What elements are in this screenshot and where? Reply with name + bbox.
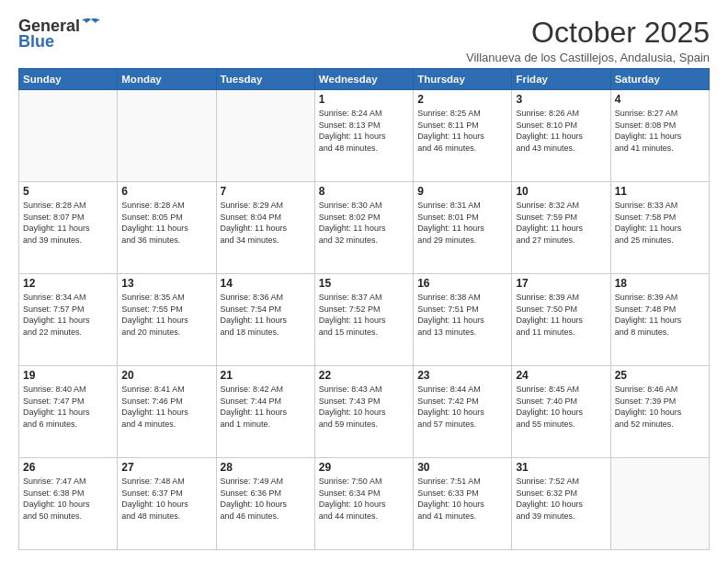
- day-info: Sunrise: 8:40 AM Sunset: 7:47 PM Dayligh…: [23, 384, 113, 430]
- calendar-cell: 9Sunrise: 8:31 AM Sunset: 8:01 PM Daylig…: [414, 182, 512, 274]
- day-info: Sunrise: 8:32 AM Sunset: 7:59 PM Dayligh…: [516, 200, 606, 246]
- day-number: 12: [23, 277, 113, 290]
- day-number: 25: [615, 369, 705, 382]
- logo: General Blue: [18, 17, 100, 52]
- day-number: 10: [516, 185, 606, 198]
- day-info: Sunrise: 7:50 AM Sunset: 6:34 PM Dayligh…: [319, 476, 409, 522]
- day-number: 2: [417, 93, 507, 106]
- day-info: Sunrise: 8:26 AM Sunset: 8:10 PM Dayligh…: [516, 108, 606, 154]
- day-info: Sunrise: 7:51 AM Sunset: 6:33 PM Dayligh…: [417, 476, 507, 522]
- day-number: 1: [319, 93, 409, 106]
- calendar-cell: 1Sunrise: 8:24 AM Sunset: 8:13 PM Daylig…: [314, 90, 413, 182]
- col-header-monday: Monday: [118, 69, 216, 90]
- calendar-cell: [19, 90, 118, 182]
- day-info: Sunrise: 8:36 AM Sunset: 7:54 PM Dayligh…: [221, 292, 311, 338]
- calendar-cell: 10Sunrise: 8:32 AM Sunset: 7:59 PM Dayli…: [512, 182, 610, 274]
- page: General Blue October 2025 Villanueva de …: [0, 0, 728, 563]
- day-number: 13: [121, 277, 211, 290]
- day-info: Sunrise: 8:25 AM Sunset: 8:11 PM Dayligh…: [417, 108, 507, 154]
- calendar-cell: 20Sunrise: 8:41 AM Sunset: 7:46 PM Dayli…: [118, 366, 216, 458]
- day-number: 27: [121, 461, 211, 474]
- calendar-week-row: 5Sunrise: 8:28 AM Sunset: 8:07 PM Daylig…: [19, 182, 710, 274]
- calendar-cell: 13Sunrise: 8:35 AM Sunset: 7:55 PM Dayli…: [118, 274, 216, 366]
- title-block: October 2025 Villanueva de los Castillej…: [466, 17, 710, 64]
- day-info: Sunrise: 8:39 AM Sunset: 7:48 PM Dayligh…: [615, 292, 705, 338]
- calendar-cell: 16Sunrise: 8:38 AM Sunset: 7:51 PM Dayli…: [414, 274, 512, 366]
- calendar-cell: 11Sunrise: 8:33 AM Sunset: 7:58 PM Dayli…: [610, 182, 709, 274]
- calendar-cell: 15Sunrise: 8:37 AM Sunset: 7:52 PM Dayli…: [314, 274, 413, 366]
- day-number: 6: [121, 185, 211, 198]
- calendar-cell: 14Sunrise: 8:36 AM Sunset: 7:54 PM Dayli…: [216, 274, 314, 366]
- day-info: Sunrise: 8:45 AM Sunset: 7:40 PM Dayligh…: [516, 384, 606, 430]
- day-number: 17: [516, 277, 606, 290]
- calendar-header-row: SundayMondayTuesdayWednesdayThursdayFrid…: [19, 69, 710, 90]
- calendar-cell: 30Sunrise: 7:51 AM Sunset: 6:33 PM Dayli…: [414, 458, 512, 550]
- day-info: Sunrise: 8:33 AM Sunset: 7:58 PM Dayligh…: [615, 200, 705, 246]
- day-info: Sunrise: 8:31 AM Sunset: 8:01 PM Dayligh…: [417, 200, 507, 246]
- calendar-cell: [610, 458, 709, 550]
- day-info: Sunrise: 7:49 AM Sunset: 6:36 PM Dayligh…: [221, 476, 311, 522]
- calendar-cell: 12Sunrise: 8:34 AM Sunset: 7:57 PM Dayli…: [19, 274, 118, 366]
- month-title: October 2025: [466, 17, 710, 49]
- day-number: 16: [417, 277, 507, 290]
- day-info: Sunrise: 7:52 AM Sunset: 6:32 PM Dayligh…: [516, 476, 606, 522]
- day-info: Sunrise: 8:29 AM Sunset: 8:04 PM Dayligh…: [221, 200, 311, 246]
- calendar-cell: 21Sunrise: 8:42 AM Sunset: 7:44 PM Dayli…: [216, 366, 314, 458]
- calendar-cell: 18Sunrise: 8:39 AM Sunset: 7:48 PM Dayli…: [610, 274, 709, 366]
- day-info: Sunrise: 8:44 AM Sunset: 7:42 PM Dayligh…: [417, 384, 507, 430]
- logo-blue: Blue: [18, 32, 54, 52]
- header: General Blue October 2025 Villanueva de …: [18, 17, 710, 64]
- day-number: 31: [516, 461, 606, 474]
- day-info: Sunrise: 8:38 AM Sunset: 7:51 PM Dayligh…: [417, 292, 507, 338]
- subtitle: Villanueva de los Castillejos, Andalusia…: [466, 51, 710, 64]
- day-info: Sunrise: 8:34 AM Sunset: 7:57 PM Dayligh…: [23, 292, 113, 338]
- day-number: 11: [615, 185, 705, 198]
- day-number: 8: [319, 185, 409, 198]
- day-info: Sunrise: 8:46 AM Sunset: 7:39 PM Dayligh…: [615, 384, 705, 430]
- calendar-week-row: 26Sunrise: 7:47 AM Sunset: 6:38 PM Dayli…: [19, 458, 710, 550]
- day-info: Sunrise: 8:41 AM Sunset: 7:46 PM Dayligh…: [121, 384, 211, 430]
- calendar-cell: 25Sunrise: 8:46 AM Sunset: 7:39 PM Dayli…: [610, 366, 709, 458]
- day-number: 21: [221, 369, 311, 382]
- day-number: 5: [23, 185, 113, 198]
- day-info: Sunrise: 8:42 AM Sunset: 7:44 PM Dayligh…: [221, 384, 311, 430]
- day-number: 20: [121, 369, 211, 382]
- col-header-tuesday: Tuesday: [216, 69, 314, 90]
- day-info: Sunrise: 7:48 AM Sunset: 6:37 PM Dayligh…: [121, 476, 211, 522]
- calendar-cell: 27Sunrise: 7:48 AM Sunset: 6:37 PM Dayli…: [118, 458, 216, 550]
- calendar-cell: 31Sunrise: 7:52 AM Sunset: 6:32 PM Dayli…: [512, 458, 610, 550]
- day-number: 23: [417, 369, 507, 382]
- day-info: Sunrise: 8:28 AM Sunset: 8:07 PM Dayligh…: [23, 200, 113, 246]
- day-number: 7: [221, 185, 311, 198]
- day-number: 29: [319, 461, 409, 474]
- calendar-week-row: 19Sunrise: 8:40 AM Sunset: 7:47 PM Dayli…: [19, 366, 710, 458]
- day-info: Sunrise: 8:43 AM Sunset: 7:43 PM Dayligh…: [319, 384, 409, 430]
- calendar-cell: 4Sunrise: 8:27 AM Sunset: 8:08 PM Daylig…: [610, 90, 709, 182]
- day-number: 24: [516, 369, 606, 382]
- calendar-cell: 2Sunrise: 8:25 AM Sunset: 8:11 PM Daylig…: [414, 90, 512, 182]
- day-number: 14: [221, 277, 311, 290]
- calendar-cell: 22Sunrise: 8:43 AM Sunset: 7:43 PM Dayli…: [314, 366, 413, 458]
- calendar-cell: [118, 90, 216, 182]
- day-number: 18: [615, 277, 705, 290]
- calendar-week-row: 1Sunrise: 8:24 AM Sunset: 8:13 PM Daylig…: [19, 90, 710, 182]
- col-header-sunday: Sunday: [19, 69, 118, 90]
- day-info: Sunrise: 8:37 AM Sunset: 7:52 PM Dayligh…: [319, 292, 409, 338]
- day-number: 28: [221, 461, 311, 474]
- calendar-cell: [216, 90, 314, 182]
- day-number: 4: [615, 93, 705, 106]
- calendar-cell: 28Sunrise: 7:49 AM Sunset: 6:36 PM Dayli…: [216, 458, 314, 550]
- col-header-friday: Friday: [512, 69, 610, 90]
- day-number: 22: [319, 369, 409, 382]
- calendar-cell: 17Sunrise: 8:39 AM Sunset: 7:50 PM Dayli…: [512, 274, 610, 366]
- calendar-cell: 3Sunrise: 8:26 AM Sunset: 8:10 PM Daylig…: [512, 90, 610, 182]
- day-info: Sunrise: 8:27 AM Sunset: 8:08 PM Dayligh…: [615, 108, 705, 154]
- col-header-wednesday: Wednesday: [314, 69, 413, 90]
- calendar-cell: 23Sunrise: 8:44 AM Sunset: 7:42 PM Dayli…: [414, 366, 512, 458]
- calendar-cell: 19Sunrise: 8:40 AM Sunset: 7:47 PM Dayli…: [19, 366, 118, 458]
- day-number: 9: [417, 185, 507, 198]
- calendar-week-row: 12Sunrise: 8:34 AM Sunset: 7:57 PM Dayli…: [19, 274, 710, 366]
- col-header-saturday: Saturday: [610, 69, 709, 90]
- calendar-cell: 5Sunrise: 8:28 AM Sunset: 8:07 PM Daylig…: [19, 182, 118, 274]
- calendar-cell: 29Sunrise: 7:50 AM Sunset: 6:34 PM Dayli…: [314, 458, 413, 550]
